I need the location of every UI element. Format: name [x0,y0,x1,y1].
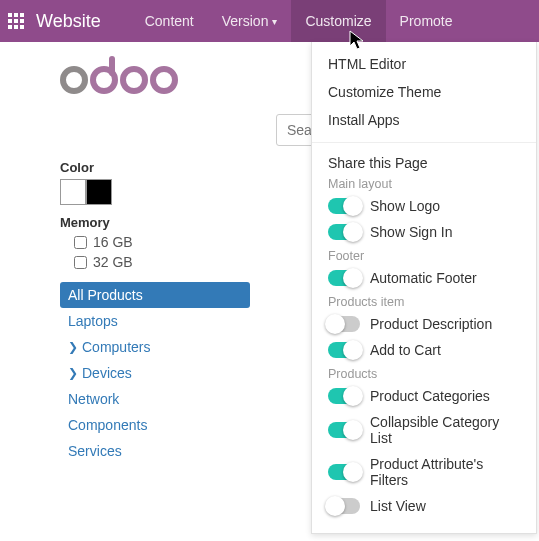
checkbox[interactable] [74,236,87,249]
toggle-collapsible-category-list[interactable]: Collapsible Category List [312,409,536,451]
filters-panel: Color Memory 16 GB 32 GB [60,160,250,270]
category-services[interactable]: Services [60,438,250,464]
chevron-right-icon: ❯ [68,366,78,380]
apps-grid-icon[interactable] [8,13,24,29]
toggle-show-sign-in[interactable]: Show Sign In [312,219,536,245]
dd-group-products: Products [312,363,536,383]
toggle-switch[interactable] [328,198,360,214]
toggle-switch[interactable] [328,270,360,286]
toggle-product-attribute-filters[interactable]: Product Attribute's Filters [312,451,536,493]
toggle-list-view[interactable]: List View [312,493,536,519]
category-network[interactable]: Network [60,386,250,412]
category-devices[interactable]: ❯Devices [60,360,250,386]
chevron-right-icon: ❯ [68,340,78,354]
category-components[interactable]: Components [60,412,250,438]
dd-group-main-layout: Main layout [312,173,536,193]
caret-down-icon: ▾ [272,16,277,27]
toggle-product-description[interactable]: Product Description [312,311,536,337]
odoo-logo[interactable] [60,56,336,96]
customize-dropdown: HTML Editor Customize Theme Install Apps… [311,42,537,534]
nav-promote[interactable]: Promote [386,0,467,42]
toggle-switch[interactable] [328,422,360,438]
toggle-switch[interactable] [328,464,360,480]
dd-group-footer: Footer [312,245,536,265]
svg-point-4 [153,69,175,91]
toggle-switch[interactable] [328,388,360,404]
brand-title[interactable]: Website [36,11,101,32]
checkbox[interactable] [74,256,87,269]
svg-rect-2 [109,56,115,76]
toggle-switch[interactable] [328,316,360,332]
toggle-show-logo[interactable]: Show Logo [312,193,536,219]
nav-content[interactable]: Content [131,0,208,42]
dd-customize-theme[interactable]: Customize Theme [312,78,536,106]
dd-share-heading: Share this Page [312,151,536,173]
categories-list: All Products Laptops ❯Computers ❯Devices… [60,282,250,464]
memory-option-32gb[interactable]: 32 GB [74,254,250,270]
toggle-switch[interactable] [328,342,360,358]
category-laptops[interactable]: Laptops [60,308,250,334]
color-filter-label: Color [60,160,250,175]
toggle-switch[interactable] [328,498,360,514]
nav-customize[interactable]: Customize [291,0,385,42]
dd-html-editor[interactable]: HTML Editor [312,50,536,78]
toggle-switch[interactable] [328,224,360,240]
color-swatch-white[interactable] [60,179,86,205]
memory-option-16gb[interactable]: 16 GB [74,234,250,250]
color-swatch-black[interactable] [86,179,112,205]
search-row [60,114,336,146]
toggle-add-to-cart[interactable]: Add to Cart [312,337,536,363]
svg-point-3 [123,69,145,91]
memory-filter-label: Memory [60,215,250,230]
dd-group-products-item: Products item [312,291,536,311]
divider [312,142,536,143]
svg-point-0 [63,69,85,91]
category-all-products[interactable]: All Products [60,282,250,308]
category-computers[interactable]: ❯Computers [60,334,250,360]
dd-install-apps[interactable]: Install Apps [312,106,536,134]
nav-version[interactable]: Version▾ [208,0,292,42]
navbar: Website Content Version▾ Customize Promo… [0,0,539,42]
toggle-product-categories[interactable]: Product Categories [312,383,536,409]
toggle-automatic-footer[interactable]: Automatic Footer [312,265,536,291]
